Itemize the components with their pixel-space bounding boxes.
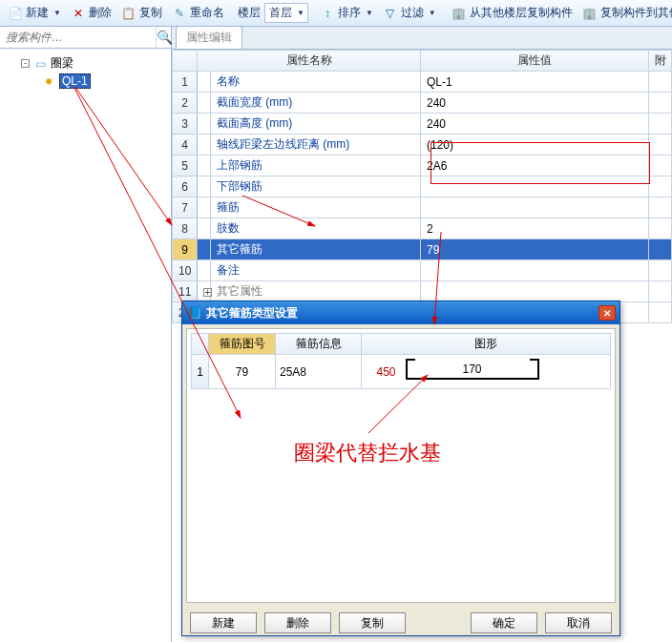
cell-expander [198,93,211,114]
table-row[interactable]: 3截面高度 (mm)240 [173,114,672,135]
dialog-body: 箍筋图号 箍筋信息 图形 1 79 25A8 450 170 [186,328,616,603]
cell-name: 其它箍筋 [211,239,421,260]
tree-root[interactable]: - ▭ 圈梁 [4,54,167,72]
table-row[interactable]: 9其它箍筋79 [173,239,672,260]
filter-button[interactable]: ▽过滤▼ [379,3,440,23]
copy-to-button[interactable]: 🏢复制构件到其他楼 [578,3,672,23]
dialog-titlebar[interactable]: 📘其它箍筋类型设置 ✕ [182,301,620,324]
col-info[interactable]: 箍筋信息 [276,334,362,355]
cell-value[interactable] [421,176,649,197]
table-row[interactable]: 4轴线距梁左边线距离 (mm)(120) [173,135,672,155]
cell-extra[interactable] [649,260,672,281]
cell-value[interactable]: QL-1 [421,72,649,93]
dlg-delete-button[interactable]: 删除 [264,612,331,633]
cell-value[interactable] [421,260,649,281]
left-panel: 🔍 - ▭ 圈梁 ✹ QL-1 [0,27,172,642]
cell-value[interactable]: 240 [421,114,649,135]
cell-extra[interactable] [649,281,672,302]
gear-icon: ✹ [42,75,55,87]
cell-extra[interactable] [649,218,672,239]
col-code[interactable]: 箍筋图号 [209,334,276,355]
delete-button[interactable]: ✕删除 [67,3,116,23]
cell-value[interactable] [421,281,649,302]
cell-name: 上部钢筋 [211,155,421,176]
cell-name: 轴线距梁左边线距离 (mm) [211,135,421,155]
cell-info[interactable]: 25A8 [276,355,362,389]
dlg-ok-button[interactable]: 确定 [471,612,537,633]
stirrup-grid: 箍筋图号 箍筋信息 图形 1 79 25A8 450 170 [191,333,611,389]
cell-extra[interactable] [649,114,672,135]
copy-from-icon: 🏢 [452,6,467,21]
floor-select[interactable]: 首层▼ [264,3,308,23]
cell-rownum: 11 [173,281,198,302]
copy-button[interactable]: 📋复制 [117,3,166,23]
cell-value[interactable] [421,197,649,218]
table-row[interactable]: 10备注 [173,260,672,281]
expand-icon[interactable]: + [203,288,212,297]
cell-expander [198,176,211,197]
tab-property-edit[interactable]: 属性编辑 [176,27,242,49]
search-button[interactable]: 🔍 [156,27,173,48]
col-value[interactable]: 属性值 [421,51,649,72]
cell-name: 箍筋 [211,197,421,218]
col-extra[interactable]: 附 [649,51,672,72]
cell-shape[interactable]: 170 [396,355,611,389]
table-row[interactable]: 1 79 25A8 450 170 [192,355,611,389]
cell-extra[interactable] [649,176,672,197]
table-row[interactable]: 6下部钢筋 [173,176,672,197]
cell-extra[interactable] [649,72,672,93]
dim-mid: 170 [462,362,481,376]
cell-extra[interactable] [649,197,672,218]
delete-label: 删除 [89,5,112,21]
cell-extra[interactable] [649,239,672,260]
cell-value[interactable]: 79 [421,239,649,260]
cell-value[interactable]: (120) [421,135,649,155]
stirrup-dialog: 📘其它箍筋类型设置 ✕ 箍筋图号 箍筋信息 图形 1 79 25A8 450 1… [181,300,620,636]
col-shape[interactable]: 图形 [362,334,611,355]
cell-rownum: 7 [173,197,198,218]
collapse-icon[interactable]: - [21,59,30,68]
table-row[interactable]: 1名称QL-1 [173,72,672,93]
dlg-cancel-button[interactable]: 取消 [545,612,612,633]
table-row[interactable]: 2截面宽度 (mm)240 [173,93,672,114]
close-button[interactable]: ✕ [598,305,616,321]
dlg-new-button[interactable]: 新建 [190,612,257,633]
cell-extra[interactable] [649,155,672,176]
cell-expander [198,114,211,135]
cell-value[interactable]: 2A6 [421,155,649,176]
col-name[interactable]: 属性名称 [198,51,421,72]
cell-extra[interactable] [649,135,672,155]
cell-expander [198,239,211,260]
search-input[interactable] [0,27,156,48]
tab-row: 属性编辑 [172,27,672,50]
table-row[interactable]: 8肢数2 [173,218,672,239]
col-rownum [192,334,209,355]
table-row[interactable]: 11+其它属性 [173,281,672,302]
copy-from-button[interactable]: 🏢从其他楼层复制构件 [448,3,577,23]
sort-button[interactable]: ↕排序▼ [316,3,377,23]
cell-expander [198,135,211,155]
floor-value: 首层 [269,5,292,21]
cell-name: 截面高度 (mm) [211,114,421,135]
dropdown-icon: ▼ [366,9,373,17]
new-button[interactable]: 📄新建▼ [4,3,65,23]
sort-icon: ↕ [320,6,335,21]
dialog-title: 其它箍筋类型设置 [206,305,298,321]
table-row[interactable]: 7箍筋 [173,197,672,218]
cell-code[interactable]: 79 [209,355,276,389]
cell-rownum: 8 [173,218,198,239]
dialog-buttons: 新建 删除 复制 确定 取消 [182,607,620,639]
new-icon: 📄 [8,6,23,21]
cell-name: 名称 [211,72,421,93]
tree-item[interactable]: ✹ QL-1 [4,72,167,90]
cell-extra[interactable] [649,302,672,323]
cell-expander[interactable]: + [198,281,211,302]
cell-value[interactable]: 240 [421,93,649,114]
cell-rownum: 1 [192,355,209,389]
rename-button[interactable]: ✎重命名 [168,3,228,23]
cell-dim-left[interactable]: 450 [362,355,396,389]
cell-extra[interactable] [649,93,672,114]
cell-value[interactable]: 2 [421,218,649,239]
table-row[interactable]: 5上部钢筋2A6 [173,155,672,176]
dlg-copy-button[interactable]: 复制 [339,612,406,633]
